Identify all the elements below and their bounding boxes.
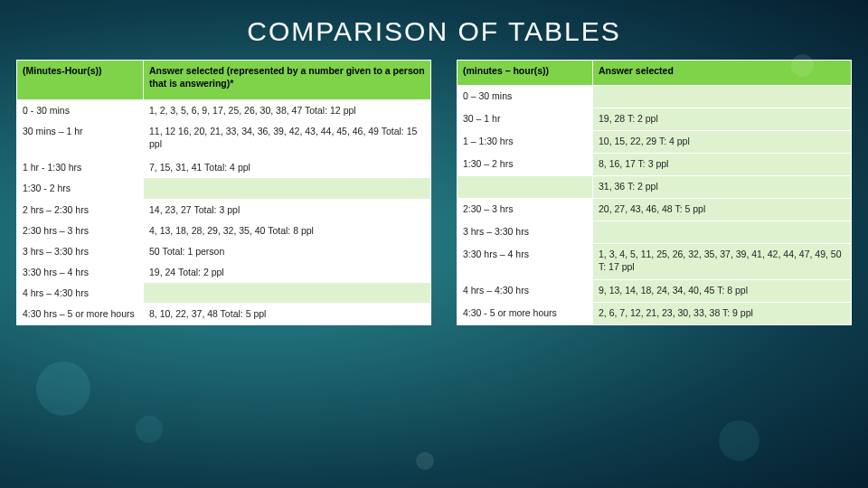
answer-cell: 19, 24 Total: 2 ppl (144, 262, 431, 283)
table-row: 4 hrs – 4:30 hrs (17, 283, 431, 304)
right-col1-header: (minutes – hour(s)) (457, 61, 592, 86)
answer-cell: 31, 36 T: 2 ppl (592, 175, 851, 198)
table-row: 3 hrs – 3:30 hrs (457, 221, 851, 243)
table-row: 1 – 1:30 hrs 10, 15, 22, 29 T: 4 ppl (457, 130, 851, 153)
range-cell: 1:30 - 2 hrs (17, 178, 144, 199)
range-cell: 3:30 hrs – 4 hrs (457, 243, 592, 279)
answer-cell (144, 178, 431, 199)
tables-row: (Minutes-Hour(s)) Answer selected (repre… (0, 60, 868, 325)
answer-cell (144, 283, 431, 304)
range-cell: 4:30 - 5 or more hours (457, 302, 592, 324)
range-cell (457, 175, 592, 198)
answer-cell: 7, 15, 31, 41 Total: 4 ppl (144, 157, 431, 178)
range-cell: 0 - 30 mins (17, 100, 144, 121)
answer-cell: 1, 2, 3, 5, 6, 9, 17, 25, 26, 30, 38, 47… (144, 100, 431, 121)
range-cell: 2:30 hrs – 3 hrs (17, 220, 144, 240)
right-table: (minutes – hour(s)) Answer selected 0 – … (457, 60, 852, 325)
range-cell: 30 mins – 1 hr (17, 121, 144, 157)
range-cell: 2 hrs – 2:30 hrs (17, 199, 144, 220)
table-row: 31, 36 T: 2 ppl (457, 175, 851, 198)
answer-cell: 1, 3, 4, 5, 11, 25, 26, 32, 35, 37, 39, … (592, 243, 851, 279)
left-col2-header: Answer selected (represented by a number… (144, 61, 431, 100)
answer-cell: 8, 10, 22, 37, 48 Total: 5 ppl (144, 304, 431, 324)
table-row: 4 hrs – 4:30 hrs 9, 13, 14, 18, 24, 34, … (457, 279, 851, 302)
range-cell: 4 hrs – 4:30 hrs (17, 283, 144, 304)
answer-cell: 10, 15, 22, 29 T: 4 ppl (592, 130, 851, 153)
answer-cell: 2, 6, 7, 12, 21, 23, 30, 33, 38 T: 9 ppl (592, 302, 851, 324)
answer-cell: 50 Total: 1 person (144, 240, 431, 261)
range-cell: 3 hrs – 3:30 hrs (457, 221, 592, 243)
answer-cell: 11, 12 16, 20, 21, 33, 34, 36, 39, 42, 4… (144, 121, 431, 157)
range-cell: 1:30 – 2 hrs (457, 153, 592, 175)
table-row: 1:30 – 2 hrs 8, 16, 17 T: 3 ppl (457, 153, 851, 175)
range-cell: 2:30 – 3 hrs (457, 198, 592, 221)
answer-cell: 8, 16, 17 T: 3 ppl (592, 153, 851, 175)
table-row: 1:30 - 2 hrs (17, 178, 431, 199)
answer-cell (592, 86, 851, 108)
table-row: 3:30 hrs – 4 hrs 19, 24 Total: 2 ppl (17, 262, 431, 283)
table-row: 0 – 30 mins (457, 86, 851, 108)
left-col1-header: (Minutes-Hour(s)) (17, 61, 144, 100)
table-row: 2:30 – 3 hrs 20, 27, 43, 46, 48 T: 5 ppl (457, 198, 851, 221)
answer-cell: 4, 13, 18, 28, 29, 32, 35, 40 Total: 8 p… (144, 220, 431, 240)
table-row: 2:30 hrs – 3 hrs 4, 13, 18, 28, 29, 32, … (17, 220, 431, 240)
page-title: COMPARISON OF TABLES (0, 0, 868, 60)
right-col2-header: Answer selected (592, 61, 851, 86)
range-cell: 1 hr - 1:30 hrs (17, 157, 144, 178)
table-row: 1 hr - 1:30 hrs 7, 15, 31, 41 Total: 4 p… (17, 157, 431, 178)
left-table: (Minutes-Hour(s)) Answer selected (repre… (16, 60, 431, 325)
answer-cell: 9, 13, 14, 18, 24, 34, 40, 45 T: 8 ppl (592, 279, 851, 302)
table-row: 2 hrs – 2:30 hrs 14, 23, 27 Total: 3 ppl (17, 199, 431, 220)
range-cell: 0 – 30 mins (457, 86, 592, 108)
range-cell: 3:30 hrs – 4 hrs (17, 262, 144, 283)
range-cell: 4:30 hrs – 5 or more hours (17, 304, 144, 324)
table-row: 0 - 30 mins 1, 2, 3, 5, 6, 9, 17, 25, 26… (17, 100, 431, 121)
range-cell: 4 hrs – 4:30 hrs (457, 279, 592, 302)
range-cell: 3 hrs – 3:30 hrs (17, 240, 144, 261)
table-row: 3 hrs – 3:30 hrs 50 Total: 1 person (17, 240, 431, 261)
range-cell: 1 – 1:30 hrs (457, 130, 592, 153)
table-row: 30 – 1 hr 19, 28 T: 2 ppl (457, 108, 851, 130)
range-cell: 30 – 1 hr (457, 108, 592, 130)
answer-cell: 19, 28 T: 2 ppl (592, 108, 851, 130)
table-row: 3:30 hrs – 4 hrs 1, 3, 4, 5, 11, 25, 26,… (457, 243, 851, 279)
answer-cell: 20, 27, 43, 46, 48 T: 5 ppl (592, 198, 851, 221)
answer-cell (592, 221, 851, 243)
table-row: 4:30 hrs – 5 or more hours 8, 10, 22, 37… (17, 304, 431, 324)
table-row: 4:30 - 5 or more hours 2, 6, 7, 12, 21, … (457, 302, 851, 324)
answer-cell: 14, 23, 27 Total: 3 ppl (144, 199, 431, 220)
table-row: 30 mins – 1 hr 11, 12 16, 20, 21, 33, 34… (17, 121, 431, 157)
